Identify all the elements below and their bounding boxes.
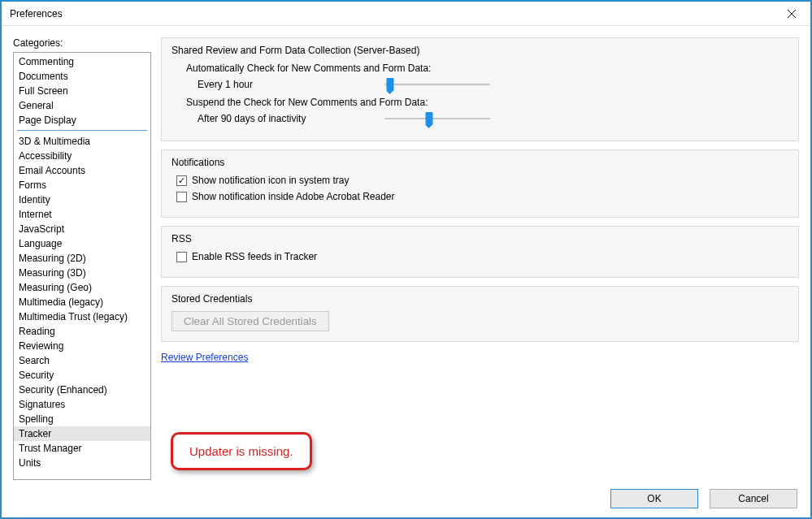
rss-checkbox[interactable]: [176, 252, 187, 262]
content-panel: Shared Review and Form Data Collection (…: [161, 37, 799, 480]
category-item[interactable]: Trust Manager: [14, 441, 150, 456]
tray-checkbox-label: Show notification icon in system tray: [192, 175, 349, 186]
auto-check-slider-thumb[interactable]: [386, 78, 393, 91]
category-item[interactable]: Internet: [14, 207, 150, 222]
ok-button[interactable]: OK: [610, 489, 698, 508]
category-item[interactable]: Security: [14, 368, 150, 383]
inside-checkbox-label: Show notification inside Adobe Acrobat R…: [192, 191, 395, 202]
category-item[interactable]: Security (Enhanced): [14, 383, 150, 397]
category-item[interactable]: Measuring (Geo): [14, 280, 150, 295]
category-item[interactable]: General: [14, 98, 150, 113]
category-item[interactable]: Signatures: [14, 397, 150, 412]
category-item[interactable]: Tracker: [14, 426, 150, 441]
category-item[interactable]: Language: [14, 236, 150, 251]
rss-checkbox-label: Enable RSS feeds in Tracker: [192, 251, 317, 262]
cancel-button[interactable]: Cancel: [710, 489, 797, 508]
category-item[interactable]: Identity: [14, 192, 150, 207]
auto-check-slider[interactable]: [384, 79, 490, 90]
close-button[interactable]: [773, 2, 810, 26]
category-item[interactable]: JavaScript: [14, 222, 150, 236]
suspend-check-label: Suspend the Check for New Comments and F…: [186, 97, 788, 108]
notifications-legend: Notifications: [172, 157, 788, 168]
category-item[interactable]: Full Screen: [14, 84, 150, 98]
clear-credentials-button: Clear All Stored Credentials: [172, 311, 329, 331]
rss-group: RSS Enable RSS feeds in Tracker: [161, 226, 799, 278]
category-item[interactable]: Reading: [14, 324, 150, 339]
category-item[interactable]: Spelling: [14, 412, 150, 426]
suspend-check-value: After 90 days of inactivity: [198, 113, 384, 124]
dialog-footer: OK Cancel: [2, 480, 810, 517]
titlebar: Preferences: [2, 2, 810, 26]
category-item[interactable]: Forms: [14, 178, 150, 192]
category-item[interactable]: Search: [14, 353, 150, 368]
category-item[interactable]: Measuring (3D): [14, 266, 150, 280]
category-divider: [17, 130, 147, 131]
window-title: Preferences: [10, 8, 63, 19]
shared-review-legend: Shared Review and Form Data Collection (…: [172, 45, 788, 56]
stored-credentials-legend: Stored Credentials: [172, 293, 788, 305]
rss-legend: RSS: [172, 233, 788, 244]
inside-checkbox[interactable]: [176, 192, 187, 202]
category-item[interactable]: Reviewing: [14, 339, 150, 353]
category-item[interactable]: Units: [14, 456, 150, 470]
category-item[interactable]: Multimedia Trust (legacy): [14, 309, 150, 324]
shared-review-group: Shared Review and Form Data Collection (…: [161, 37, 799, 141]
category-item[interactable]: Documents: [14, 69, 150, 84]
auto-check-label: Automatically Check for New Comments and…: [186, 63, 788, 74]
category-item[interactable]: Multimedia (legacy): [14, 295, 150, 309]
notifications-group: Notifications Show notification icon in …: [161, 149, 799, 218]
category-item[interactable]: Commenting: [14, 54, 150, 69]
categories-label: Categories:: [13, 37, 151, 49]
category-item[interactable]: Email Accounts: [14, 163, 150, 178]
category-item[interactable]: Page Display: [14, 113, 150, 128]
category-item[interactable]: Accessibility: [14, 149, 150, 163]
suspend-check-slider-thumb[interactable]: [425, 112, 432, 125]
auto-check-value: Every 1 hour: [198, 79, 384, 90]
review-preferences-link[interactable]: Review Preferences: [161, 352, 799, 363]
category-item[interactable]: Measuring (2D): [14, 251, 150, 266]
tray-checkbox[interactable]: [176, 175, 187, 186]
preferences-dialog: Preferences Categories: CommentingDocume…: [0, 0, 812, 519]
category-item[interactable]: 3D & Multimedia: [14, 134, 150, 149]
categories-sidebar: Categories: CommentingDocumentsFull Scre…: [13, 37, 151, 480]
stored-credentials-group: Stored Credentials Clear All Stored Cred…: [161, 286, 799, 342]
updater-missing-callout: Updater is missing.: [171, 432, 312, 470]
close-icon: [788, 10, 796, 18]
categories-list[interactable]: CommentingDocumentsFull ScreenGeneralPag…: [13, 52, 151, 480]
suspend-check-slider[interactable]: [384, 113, 490, 124]
